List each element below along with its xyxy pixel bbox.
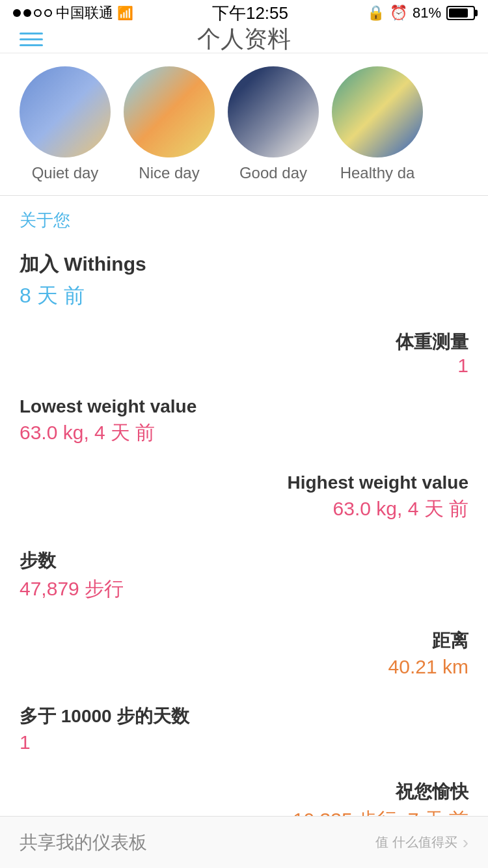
status-bar: 中国联通 📶 下午12:55 🔒 ⏰ 81% (0, 0, 488, 26)
carousel-label-healthy: Healthy da (340, 164, 415, 182)
dot2 (23, 9, 31, 17)
carousel-item-nice[interactable]: Nice day (124, 66, 215, 182)
join-section: 加入 Withings 8 天 前 (0, 238, 488, 323)
lowest-weight-title: Lowest weight value (20, 396, 468, 417)
days-over-10k-row: 多于 10000 步的天数 1 (0, 691, 488, 766)
wifi-icon: 📶 (117, 5, 133, 21)
weight-count-section: 体重测量 1 (0, 323, 488, 383)
highest-weight-row: Highest weight value 63.0 kg, 4 天 前 (0, 459, 488, 536)
distance-value: 40.21 km (20, 656, 468, 678)
carousel-image-quiet (20, 66, 111, 157)
page-title: 个人资料 (197, 23, 291, 55)
carousel-image-good (228, 66, 319, 157)
highest-weight-title: Highest weight value (20, 472, 468, 493)
watermark-text: 值 什么值得买 (375, 834, 457, 851)
congrats-title: 祝您愉快 (20, 780, 468, 804)
header: 个人资料 (0, 26, 488, 53)
status-right: 🔒 ⏰ 81% (367, 5, 475, 21)
carousel-item-quiet[interactable]: Quiet day (20, 66, 111, 182)
steps-title: 步数 (20, 549, 468, 573)
carousel-label-nice: Nice day (139, 164, 199, 182)
dot3 (34, 9, 42, 17)
lowest-weight-row: Lowest weight value 63.0 kg, 4 天 前 (0, 383, 488, 459)
carousel-item-healthy[interactable]: Healthy da (332, 66, 423, 182)
distance-row: 距离 40.21 km (0, 616, 488, 691)
days-over-10k-value: 1 (20, 731, 468, 753)
steps-row: 步数 47,879 步行 (0, 536, 488, 616)
carrier: 中国联通 (56, 3, 113, 23)
carousel-label-good: Good day (239, 164, 307, 182)
carousel-image-nice (124, 66, 215, 157)
bottom-bar: 共享我的仪表板 值 什么值得买 › (0, 816, 488, 868)
weight-count-title: 体重测量 (20, 330, 468, 355)
distance-title: 距离 (20, 629, 468, 653)
days-over-10k-title: 多于 10000 步的天数 (20, 704, 468, 729)
share-dashboard-label[interactable]: 共享我的仪表板 (20, 830, 147, 855)
chevron-right-icon: › (463, 832, 468, 853)
weight-count-val: 1 (20, 355, 468, 377)
lock-icon: 🔒 (367, 5, 385, 21)
battery-percent: 81% (413, 5, 441, 21)
status-time: 下午12:55 (212, 2, 288, 25)
carousel-image-healthy (332, 66, 423, 157)
carousel-label-quiet: Quiet day (32, 164, 99, 182)
dot4 (44, 9, 52, 17)
section-about-label: 关于您 (0, 209, 488, 232)
carousel: Quiet day Nice day Good day Healthy da (0, 53, 488, 182)
divider-top (0, 195, 488, 196)
menu-icon[interactable] (20, 33, 43, 46)
carousel-item-good[interactable]: Good day (228, 66, 319, 182)
signal-dots (13, 9, 52, 17)
highest-weight-value: 63.0 kg, 4 天 前 (20, 496, 468, 522)
bottom-bar-right: 值 什么值得买 › (375, 832, 468, 853)
dot1 (13, 9, 21, 17)
steps-value: 47,879 步行 (20, 576, 468, 603)
battery-icon (446, 6, 475, 20)
lowest-weight-value: 63.0 kg, 4 天 前 (20, 420, 468, 446)
alarm-icon: ⏰ (390, 5, 407, 21)
join-title: 加入 Withings (20, 251, 468, 278)
join-value: 8 天 前 (20, 282, 468, 310)
status-left: 中国联通 📶 (13, 3, 133, 23)
